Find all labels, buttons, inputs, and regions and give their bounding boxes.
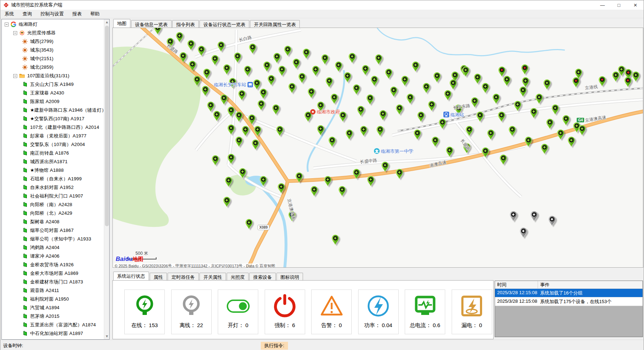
tree-device-item[interactable]: 五尖山大门东 A1949 <box>2 80 104 89</box>
device-pin-green[interactable] <box>503 76 511 86</box>
device-pin-green[interactable] <box>276 126 284 136</box>
device-pin-green[interactable] <box>492 93 500 104</box>
device-pin-green[interactable] <box>376 126 384 136</box>
device-pin-green[interactable] <box>481 83 489 93</box>
device-pin-green[interactable] <box>524 136 532 147</box>
device-pin-green[interactable] <box>357 106 365 116</box>
tree-sensor-item[interactable]: 城北(2859) <box>2 63 104 72</box>
device-pin-green[interactable] <box>203 68 211 79</box>
map-view[interactable]: 长白路长盛路长安东路长盛路长盛中路港澳高速京港澳高速京港澳高速京港线临湘长安汽车… <box>112 28 643 268</box>
tree-device-item[interactable]: 向阳桥（北）A2429 <box>2 209 104 218</box>
device-pin-green[interactable] <box>307 88 315 98</box>
tree-device-item[interactable]: 交警队东（107南）A2004 <box>2 140 104 149</box>
device-pin-green[interactable] <box>546 118 554 129</box>
device-pin-gray[interactable] <box>509 211 517 222</box>
device-pin-green[interactable] <box>444 90 452 101</box>
device-pin-green[interactable] <box>244 65 251 76</box>
device-pin-green[interactable] <box>187 40 195 50</box>
device-pin-green[interactable] <box>328 136 336 147</box>
device-pin-green[interactable] <box>338 186 346 196</box>
device-pin-green[interactable] <box>433 72 441 83</box>
device-pin-green[interactable] <box>471 97 479 108</box>
tree-device-item[interactable]: 石咀桥（自来水）A1999 <box>2 175 104 183</box>
device-pin-green[interactable] <box>367 176 375 186</box>
device-pin-green[interactable] <box>438 118 446 129</box>
device-pin-green[interactable] <box>302 48 310 59</box>
tree-device-item[interactable]: 彭家巷（党校后面）A1977 <box>2 132 104 140</box>
device-pin-green[interactable] <box>360 126 367 136</box>
device-pin-green[interactable] <box>540 144 548 154</box>
device-pin-green[interactable] <box>519 86 527 97</box>
device-pin-green[interactable] <box>223 196 231 207</box>
device-pin-green[interactable] <box>249 43 256 54</box>
tree-device-item[interactable]: 福利院对面 A1950 <box>2 295 104 303</box>
tree-device-item[interactable]: 金桥农贸市场 A1926 <box>2 261 104 269</box>
main-tab-设备信息一览表[interactable]: 设备信息一览表 <box>131 20 172 28</box>
device-pin-green[interactable] <box>277 183 285 194</box>
device-pin-green[interactable] <box>227 124 235 135</box>
device-pin-green[interactable] <box>381 161 389 172</box>
menu-item-帮助[interactable]: 帮助 <box>86 10 104 18</box>
menu-item-系统[interactable]: 系统 <box>0 10 18 18</box>
scroll-down-icon[interactable]: ▼ <box>104 334 110 339</box>
device-pin-green[interactable] <box>395 169 403 179</box>
scroll-up-icon[interactable]: ▲ <box>104 19 110 25</box>
tree-device-item[interactable]: 芭茅塘 A2015 <box>2 312 104 321</box>
tree-sensor-item[interactable]: 城东(3543) <box>2 46 104 54</box>
device-pin-green[interactable] <box>211 155 219 166</box>
tree-device-item[interactable]: 观音路 A2411 <box>2 286 104 295</box>
bottom-tab-开关属性[interactable]: 开关属性 <box>200 273 226 280</box>
tree-device-item[interactable]: ★交警队西(107南) A1917 <box>2 115 104 123</box>
device-pin-green[interactable] <box>390 86 398 97</box>
device-pin-green[interactable] <box>257 100 265 111</box>
tree-device-item[interactable]: 汽贸城 A1894 <box>2 303 104 312</box>
device-pin-green[interactable] <box>193 76 201 86</box>
device-pin-green[interactable] <box>179 52 187 63</box>
collapse-icon[interactable] <box>13 31 17 35</box>
close-button[interactable]: ✕ <box>627 0 644 10</box>
device-pin-green[interactable] <box>248 114 256 125</box>
tree-device-item[interactable]: 陈家组 A2009 <box>2 97 104 106</box>
bottom-tab-系统运行状态[interactable]: 系统运行状态 <box>113 272 149 280</box>
tree-root[interactable]: 临湘路灯 <box>2 20 104 29</box>
tree-device-item[interactable]: 金桥建材市场门口 A1873 <box>2 278 104 286</box>
device-pin-green[interactable] <box>578 125 586 136</box>
device-pin-green[interactable] <box>213 111 221 121</box>
device-pin-green[interactable] <box>330 93 338 104</box>
device-pin-green[interactable] <box>476 111 484 122</box>
device-pin-green[interactable] <box>245 219 253 229</box>
bottom-tab-搜索设备[interactable]: 搜索设备 <box>249 273 276 280</box>
device-pin-green[interactable] <box>487 129 495 140</box>
device-pin-green[interactable] <box>465 126 473 136</box>
device-pin-green[interactable] <box>234 52 241 63</box>
device-pin-green[interactable] <box>567 136 575 147</box>
device-pin-green[interactable] <box>317 125 325 136</box>
device-pin-red[interactable] <box>572 77 580 88</box>
tree-device-item[interactable]: 向阳桥（南）A2428 <box>2 200 104 209</box>
minimize-button[interactable]: — <box>594 0 611 10</box>
tree-sensor-item[interactable]: 城西(2799) <box>2 37 104 46</box>
device-pin-green[interactable] <box>197 45 205 56</box>
device-pin-green[interactable] <box>154 28 162 35</box>
device-pin-green[interactable] <box>254 126 261 136</box>
device-pin-green[interactable] <box>508 126 516 136</box>
device-pin-green[interactable] <box>535 93 543 104</box>
tree-device-item[interactable]: 王家珑巷 A2430 <box>2 89 104 97</box>
device-pin-gray[interactable] <box>530 211 538 222</box>
bottom-tab-光照度[interactable]: 光照度 <box>227 273 249 280</box>
scroll-thumb[interactable] <box>105 26 109 226</box>
device-pin-green[interactable] <box>379 110 387 121</box>
event-log-row[interactable]: 2025/3/28 12:15:08系统加载了175个设备，在线153个 <box>495 297 643 306</box>
device-pin-green[interactable] <box>267 75 275 86</box>
device-pin-green[interactable] <box>259 88 267 99</box>
device-pin-green[interactable] <box>220 94 228 105</box>
device-pin-green[interactable] <box>401 76 409 86</box>
device-pin-green[interactable] <box>288 83 296 93</box>
device-pin-green[interactable] <box>385 68 393 79</box>
menu-item-控制与设置[interactable]: 控制与设置 <box>36 10 68 18</box>
tree-device-item[interactable]: 鸿鹤路 A2404 <box>2 243 104 252</box>
tree-device-item[interactable]: 金桥大市场对面 A1869 <box>2 269 104 278</box>
tree-scrollbar[interactable]: ▲ ▼ <box>104 19 109 339</box>
tree-device-item[interactable]: 社会福利院大门口 A1907 <box>2 192 104 200</box>
device-pin-green[interactable] <box>612 71 620 82</box>
